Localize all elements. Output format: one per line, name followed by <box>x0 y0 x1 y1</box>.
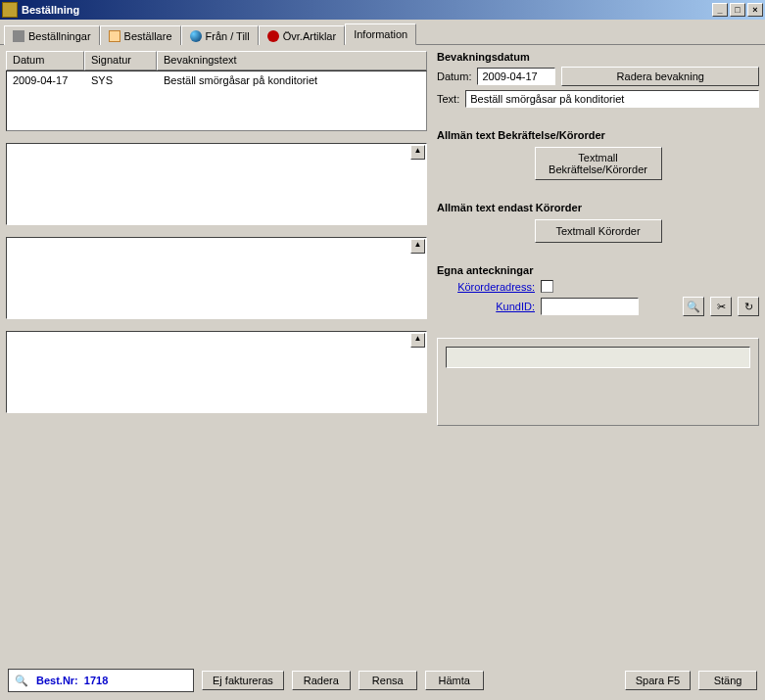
stang-button[interactable]: Stäng <box>698 671 757 690</box>
refresh-button[interactable]: ↻ <box>738 297 759 316</box>
window-title: Beställning <box>22 4 79 16</box>
bevakning-section: Bevakningsdatum Datum: Radera bevakning … <box>437 51 759 108</box>
search-icon: 🔍 <box>13 672 30 689</box>
spara-button[interactable]: Spara F5 <box>625 671 691 690</box>
allman-bk-section: Allmän text Bekräftelse/Körorder Textmal… <box>437 129 759 180</box>
egna-header: Egna anteckningar <box>437 264 759 276</box>
col-signatur[interactable]: Signatur <box>84 51 157 70</box>
order-number: 1718 <box>84 675 108 686</box>
textarea-3[interactable]: ▲ <box>6 331 427 413</box>
kund-display-1 <box>446 347 750 368</box>
bottom-toolbar: 🔍 Best.Nr: 1718 Ej faktureras Radera Ren… <box>0 661 765 700</box>
col-datum[interactable]: Datum <box>6 51 84 70</box>
bevakning-header: Bevakningsdatum <box>437 51 759 63</box>
cell-datum: 2009-04-17 <box>7 73 85 87</box>
kundid-label[interactable]: KundID: <box>437 301 535 312</box>
maximize-button[interactable]: □ <box>730 3 745 17</box>
order-number-display[interactable]: 🔍 Best.Nr: 1718 <box>8 669 194 692</box>
textarea-1[interactable]: ▲ <box>6 143 427 225</box>
order-prefix: Best.Nr: <box>36 675 78 686</box>
main-panel: Datum Signatur Bevakningstext 2009-04-17… <box>0 45 765 661</box>
person-icon <box>109 30 120 42</box>
tab-bestallningar[interactable]: Beställningar <box>4 25 100 45</box>
textmall-bk-button[interactable]: Textmall Bekräftelse/Körorder <box>535 147 662 180</box>
textmall-ko-button[interactable]: Textmall Körorder <box>535 219 662 243</box>
text-label: Text: <box>437 93 459 105</box>
tab-label: Information <box>354 28 407 40</box>
scroll-up-icon[interactable]: ▲ <box>410 333 425 348</box>
ej-faktureras-button[interactable]: Ej faktureras <box>202 671 284 690</box>
cell-signatur: SYS <box>85 73 158 87</box>
table-row[interactable]: 2009-04-17 SYS Beställ smörgåsar på kond… <box>7 71 426 89</box>
radera-bevakning-button[interactable]: Radera bevakning <box>561 67 759 86</box>
scroll-up-icon[interactable]: ▲ <box>410 239 425 254</box>
minimize-button[interactable]: _ <box>712 3 728 17</box>
close-button[interactable]: × <box>747 3 763 17</box>
grid-header: Datum Signatur Bevakningstext <box>6 51 427 70</box>
text-input[interactable] <box>465 90 759 108</box>
radera-button[interactable]: Radera <box>292 671 351 690</box>
bevakning-grid[interactable]: 2009-04-17 SYS Beställ smörgåsar på kond… <box>6 70 427 131</box>
kundid-input[interactable] <box>541 298 639 315</box>
titlebar: Beställning _ □ × <box>0 0 765 20</box>
tab-label: Övr.Artiklar <box>283 30 336 42</box>
binoculars-icon: 🔍 <box>687 301 700 313</box>
allman-ko-header: Allmän text endast Körorder <box>437 202 759 213</box>
textarea-2[interactable]: ▲ <box>6 237 427 319</box>
tab-fran-till[interactable]: Från / Till <box>181 25 259 45</box>
app-icon <box>2 2 18 18</box>
tab-ovr-artiklar[interactable]: Övr.Artiklar <box>259 25 345 45</box>
kund-panel <box>437 338 759 426</box>
col-bevtext[interactable]: Bevakningstext <box>157 51 427 70</box>
kororderadress-label[interactable]: Körorderadress: <box>437 281 535 293</box>
datum-label: Datum: <box>437 70 471 82</box>
cell-bevtext: Beställ smörgåsar på konditoriet <box>158 73 426 87</box>
hamta-button[interactable]: Hämta <box>425 671 484 690</box>
left-column: Datum Signatur Bevakningstext 2009-04-17… <box>6 51 427 655</box>
allman-bk-header: Allmän text Bekräftelse/Körorder <box>437 129 759 141</box>
globe-icon <box>190 30 202 42</box>
right-column: Bevakningsdatum Datum: Radera bevakning … <box>437 51 759 655</box>
scissors-button[interactable]: ✂ <box>710 297 732 316</box>
allman-ko-section: Allmän text endast Körorder Textmall Kör… <box>437 202 759 243</box>
tab-label: Beställningar <box>28 30 91 42</box>
refresh-icon: ↻ <box>744 301 753 313</box>
tab-bestallare[interactable]: Beställare <box>100 25 181 45</box>
kororderadress-checkbox[interactable] <box>541 280 553 293</box>
red-dot-icon <box>267 30 279 42</box>
binoculars-button[interactable]: 🔍 <box>683 297 704 316</box>
tab-label: Beställare <box>124 30 172 42</box>
gear-icon <box>13 30 24 42</box>
tab-information[interactable]: Information <box>345 23 416 45</box>
scroll-up-icon[interactable]: ▲ <box>410 145 425 160</box>
rensa-button[interactable]: Rensa <box>359 671 417 690</box>
datum-input[interactable] <box>477 68 555 85</box>
scissors-icon: ✂ <box>717 301 726 313</box>
egna-section: Egna anteckningar Körorderadress: KundID… <box>437 264 759 316</box>
tab-strip: Beställningar Beställare Från / Till Övr… <box>0 23 765 45</box>
tab-label: Från / Till <box>206 30 250 42</box>
